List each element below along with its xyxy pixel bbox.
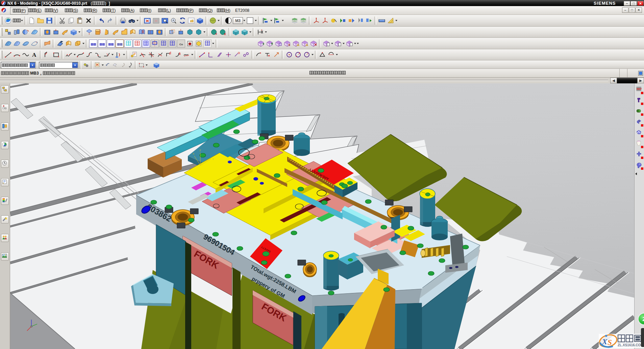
svg-text:x: x	[224, 32, 226, 36]
svg-text:X: X	[193, 152, 195, 155]
svg-text:S: S	[608, 338, 612, 347]
svg-text:+: +	[215, 32, 217, 36]
svg-text:Y: Y	[212, 158, 214, 161]
svg-text:S: S	[288, 43, 290, 47]
svg-text:KEY: KEY	[637, 87, 642, 90]
svg-text:ZL.XS1616.COM: ZL.XS1616.COM	[618, 343, 644, 347]
svg-text:x: x	[261, 29, 263, 31]
svg-text:Z: Z	[199, 149, 201, 152]
svg-text:X: X	[602, 338, 608, 346]
svg-text:A: A	[32, 52, 36, 58]
